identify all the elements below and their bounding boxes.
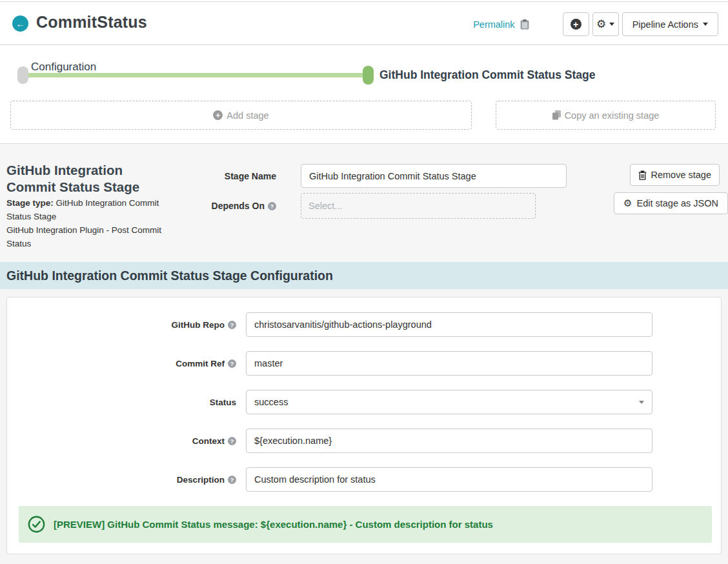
header-actions: Permalink + ⚙ Pipeline Actions bbox=[473, 12, 718, 36]
depends-on-placeholder: Select... bbox=[308, 201, 342, 211]
stage-config-card: GitHub Repo ? Commit Ref ? Status succes… bbox=[6, 297, 722, 554]
copy-existing-stage-button[interactable]: Copy an existing stage bbox=[496, 101, 716, 130]
help-icon[interactable]: ? bbox=[228, 476, 236, 484]
settings-button[interactable]: ⚙ bbox=[592, 12, 619, 36]
description-label: Description bbox=[177, 475, 225, 485]
status-select[interactable]: success bbox=[246, 390, 652, 414]
gear-icon: ⚙ bbox=[623, 199, 632, 208]
caret-down-icon bbox=[703, 23, 708, 26]
context-label-row: Context ? bbox=[46, 428, 236, 453]
permalink-link[interactable]: Permalink bbox=[473, 19, 514, 30]
github-repo-input[interactable] bbox=[246, 312, 652, 337]
add-stage-label: Add stage bbox=[227, 110, 268, 121]
depends-on-label: Depends On bbox=[212, 201, 265, 211]
clipboard-icon[interactable] bbox=[520, 19, 529, 30]
stage-config-heading: GitHub Integration Commit Status Stage C… bbox=[6, 268, 333, 283]
copy-stage-label: Copy an existing stage bbox=[565, 110, 660, 121]
add-stage-button[interactable]: + Add stage bbox=[10, 101, 472, 130]
commit-ref-label-row: Commit Ref ? bbox=[46, 351, 236, 376]
commit-ref-input[interactable] bbox=[246, 351, 652, 376]
plus-circle-icon: + bbox=[571, 19, 581, 30]
pipeline-actions-button[interactable]: Pipeline Actions bbox=[622, 12, 718, 36]
help-icon[interactable]: ? bbox=[268, 202, 276, 210]
remove-stage-label: Remove stage bbox=[651, 170, 712, 180]
stage-node[interactable] bbox=[363, 66, 374, 85]
stage-name-input[interactable] bbox=[301, 164, 567, 188]
edit-json-label: Edit stage as JSON bbox=[636, 198, 718, 208]
github-repo-label-row: GitHub Repo ? bbox=[46, 312, 236, 337]
context-input[interactable] bbox=[246, 428, 652, 453]
gear-icon: ⚙ bbox=[596, 19, 606, 30]
help-icon[interactable]: ? bbox=[228, 359, 236, 368]
stage-name-label: Stage Name bbox=[225, 171, 276, 181]
plugin-description: GitHub Integration Plugin - Post Commit … bbox=[6, 225, 161, 248]
help-icon[interactable]: ? bbox=[228, 321, 236, 329]
help-icon[interactable]: ? bbox=[228, 437, 236, 445]
stage-heading: GitHub Integration Commit Status Stage bbox=[6, 162, 152, 195]
edit-stage-as-json-button[interactable]: ⚙ Edit stage as JSON bbox=[614, 192, 728, 214]
configuration-node[interactable] bbox=[17, 66, 28, 84]
pipeline-actions-label: Pipeline Actions bbox=[632, 19, 698, 30]
stage-details-section: GitHub Integration Commit Status Stage S… bbox=[0, 143, 728, 262]
depends-on-label-row: Depends On ? bbox=[178, 193, 276, 219]
plus-circle-icon: + bbox=[213, 110, 223, 120]
description-input[interactable] bbox=[246, 467, 652, 492]
preview-message: [PREVIEW] GitHub Commit Status message: … bbox=[54, 519, 493, 530]
arrow-left-icon: ← bbox=[16, 19, 25, 29]
configuration-node-label[interactable]: Configuration bbox=[31, 61, 96, 74]
trash-icon bbox=[638, 170, 647, 180]
page-title: CommitStatus bbox=[36, 13, 147, 32]
depends-on-select[interactable]: Select... bbox=[301, 193, 536, 219]
back-button[interactable]: ← bbox=[12, 15, 28, 32]
copy-icon bbox=[552, 110, 561, 120]
status-label-row: Status bbox=[46, 390, 236, 414]
description-label-row: Description ? bbox=[46, 467, 236, 492]
stage-name-label-row: Stage Name bbox=[187, 164, 276, 188]
status-label: Status bbox=[210, 398, 236, 407]
add-button[interactable]: + bbox=[563, 12, 589, 36]
caret-down-icon bbox=[609, 23, 614, 26]
pipeline-config-page: ← CommitStatus Permalink + ⚙ Pipeline Ac… bbox=[0, 0, 728, 564]
stage-config-section: GitHub Repo ? Commit Ref ? Status succes… bbox=[0, 289, 728, 564]
caret-down-icon bbox=[639, 401, 644, 404]
pipeline-graph: Configuration GitHub Integration Commit … bbox=[0, 45, 728, 143]
stage-config-heading-band: GitHub Integration Commit Status Stage C… bbox=[0, 262, 728, 289]
graph-connector-line bbox=[23, 73, 368, 77]
stage-meta: Stage type: GitHub Integration Commit St… bbox=[6, 197, 179, 251]
check-circle-icon bbox=[28, 516, 45, 533]
status-selected-value: success bbox=[254, 397, 288, 407]
stage-node-label[interactable]: GitHub Integration Commit Status Stage bbox=[379, 68, 595, 82]
preview-alert: [PREVIEW] GitHub Commit Status message: … bbox=[19, 506, 712, 543]
header: ← CommitStatus Permalink + ⚙ Pipeline Ac… bbox=[0, 2, 728, 45]
stage-type-label: Stage type: bbox=[6, 198, 54, 208]
context-label: Context bbox=[192, 436, 225, 446]
commit-ref-label: Commit Ref bbox=[176, 359, 225, 368]
remove-stage-button[interactable]: Remove stage bbox=[630, 164, 720, 186]
github-repo-label: GitHub Repo bbox=[172, 320, 225, 330]
